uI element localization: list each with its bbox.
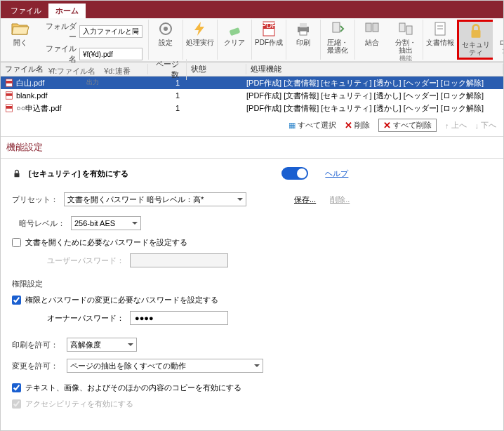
open-password-checkbox[interactable]: [12, 238, 21, 247]
table-row[interactable]: blank.pdf1[PDF作成] [文書情報] [セキュリティ] [透かし] …: [1, 89, 503, 102]
print-allow-select[interactable]: 高解像度: [67, 338, 137, 352]
enable-security-label: [セキュリティ] を有効にする: [29, 168, 128, 179]
x-icon: ✕: [345, 120, 352, 131]
folder-open-icon: [11, 20, 30, 38]
compress-button[interactable]: 圧縮・ 最適化: [324, 20, 352, 54]
table-row[interactable]: ○○申込書.pdf1[PDF作成] [文書情報] [セキュリティ] [透かし] …: [1, 102, 503, 114]
svg-rect-8: [300, 31, 307, 35]
select-icon: ▦: [289, 121, 296, 130]
docinfo-icon: [430, 20, 450, 38]
lock-icon: [466, 22, 486, 40]
svg-rect-25: [6, 81, 13, 84]
ribbon: 開く フォルダー ファイル名 ¥f:ファイル名 ¥d:連番 出力 設定 処理実行…: [1, 18, 503, 62]
folder-label: フォルダー: [43, 21, 77, 42]
split-icon: [396, 20, 416, 38]
print-allow-label: 印刷を許可：: [12, 340, 61, 350]
run-button[interactable]: 処理実行: [186, 20, 214, 46]
gear-icon: [156, 20, 175, 38]
compress-icon: [328, 20, 347, 38]
printer-icon: [293, 20, 313, 38]
owner-password-label: オーナーパスワード：: [47, 313, 124, 324]
security-button[interactable]: セキュリティ: [462, 22, 490, 56]
tab-bar: ファイル ホーム: [1, 4, 503, 18]
svg-rect-29: [6, 106, 13, 109]
svg-rect-10: [366, 23, 371, 32]
docinfo-button[interactable]: 文書情報: [426, 20, 454, 46]
pdf-create-button[interactable]: PDFPDF作成: [255, 20, 283, 46]
user-password-input[interactable]: [130, 253, 228, 267]
unlock-button[interactable]: ロック 解除: [496, 20, 504, 54]
split-button[interactable]: 分割・ 抽出: [392, 20, 420, 54]
table-row[interactable]: 白山.pdf1[PDF作成] [文書情報] [セキュリティ] [透かし] [ヘッ…: [1, 77, 503, 89]
delete-button[interactable]: ✕削除: [345, 120, 370, 131]
col-pages[interactable]: ページ数: [148, 59, 187, 80]
tab-home[interactable]: ホーム: [48, 4, 86, 18]
col-status[interactable]: 状態: [187, 64, 246, 74]
svg-rect-9: [333, 22, 340, 32]
arrow-down-icon: ↓: [475, 121, 479, 130]
eraser-icon: [225, 20, 244, 38]
list-toolbar: ▦すべて選択 ✕削除 ✕すべて削除 ↑上へ ↓下へ: [1, 114, 503, 137]
svg-point-1: [164, 27, 168, 31]
user-password-label: ユーザーパスワード：: [47, 256, 124, 266]
lock-small-icon: [12, 168, 22, 178]
move-down-button[interactable]: ↓下へ: [475, 120, 497, 131]
accessibility-label: アクセシビリティを有効にする: [25, 399, 133, 409]
open-button[interactable]: 開く: [6, 20, 34, 46]
combine-button[interactable]: 結合: [358, 20, 386, 46]
combine-icon: [362, 20, 382, 38]
accessibility-checkbox: [12, 399, 21, 409]
copy-label: テキスト、画像、およびそのほかの内容のコピーを有効にする: [25, 383, 241, 393]
select-all-button[interactable]: ▦すべて選択: [289, 120, 336, 131]
svg-rect-30: [15, 173, 20, 177]
folder-combo[interactable]: [79, 25, 142, 38]
encryption-select[interactable]: 256-bit AES: [71, 216, 141, 230]
col-proc[interactable]: 処理機能: [246, 64, 503, 74]
svg-text:PDF: PDF: [261, 21, 277, 29]
panel-title: 機能設定: [1, 137, 503, 159]
unlock-icon: [500, 20, 504, 38]
copy-checkbox[interactable]: [12, 383, 21, 392]
svg-rect-17: [472, 30, 481, 38]
x-icon: ✕: [383, 120, 391, 131]
settings-panel: [セキュリティ] を有効にする ヘルプ プリセット： 文書を開くパスワード 暗号…: [1, 159, 503, 423]
group-func-label: 機能: [399, 54, 412, 63]
svg-rect-27: [6, 93, 13, 96]
filename-label: ファイル名: [43, 44, 77, 65]
svg-rect-7: [300, 23, 307, 27]
preset-save-link[interactable]: 保存...: [294, 194, 316, 205]
preset-label: プリセット：: [12, 194, 58, 205]
move-up-button[interactable]: ↑上へ: [445, 120, 467, 131]
preset-delete-link[interactable]: 削除..: [330, 194, 350, 205]
encryption-label: 暗号レベル：: [19, 218, 65, 229]
lightning-icon: [190, 20, 210, 38]
preset-select[interactable]: 文書を開くパスワード 暗号レベル：高*: [64, 192, 246, 206]
svg-rect-12: [399, 23, 405, 32]
settings-button[interactable]: 設定: [152, 20, 180, 46]
perm-password-label: 権限とパスワードの変更に必要なパスワードを設定する: [25, 295, 218, 305]
permissions-header: 権限設定: [12, 279, 492, 289]
filename-input[interactable]: [79, 48, 142, 60]
help-link[interactable]: ヘルプ: [325, 168, 348, 179]
owner-password-input[interactable]: [130, 311, 228, 325]
tab-file[interactable]: ファイル: [4, 4, 48, 18]
change-allow-label: 変更を許可：: [12, 361, 61, 371]
file-list: ファイル名 ページ数 状態 処理機能 白山.pdf1[PDF作成] [文書情報]…: [1, 62, 503, 114]
pdf-icon: PDF: [259, 20, 279, 38]
arrow-up-icon: ↑: [445, 121, 449, 130]
clear-button[interactable]: クリア: [220, 20, 248, 46]
enable-toggle[interactable]: [281, 167, 308, 180]
svg-rect-13: [406, 26, 412, 34]
open-password-label: 文書を開くために必要なパスワードを設定する: [25, 237, 187, 248]
col-name[interactable]: ファイル名: [1, 64, 148, 74]
delete-all-button[interactable]: ✕すべて削除: [378, 119, 437, 132]
change-allow-select[interactable]: ページの抽出を除くすべての動作: [67, 359, 263, 373]
svg-rect-2: [229, 27, 240, 36]
svg-rect-11: [373, 23, 378, 32]
print-button[interactable]: 印刷: [289, 20, 317, 46]
perm-password-checkbox[interactable]: [12, 296, 21, 305]
